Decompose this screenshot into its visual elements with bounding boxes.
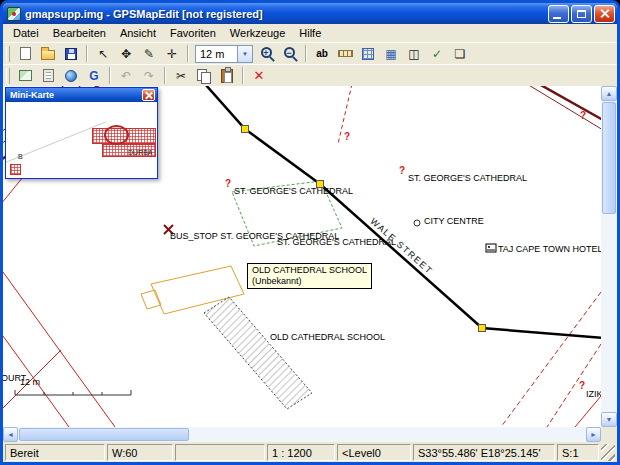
horizontal-scrollbar-thumb[interactable] <box>19 428 189 441</box>
copy-button[interactable] <box>193 66 215 86</box>
select-pointer-icon: ↖ <box>98 48 108 60</box>
minimap-canvas[interactable]: DURBA B <box>6 102 157 178</box>
road-node[interactable] <box>242 126 249 133</box>
menu-item-werkzeuge[interactable]: Werkzeuge <box>223 26 292 40</box>
road-node[interactable] <box>479 325 486 332</box>
import-map-button[interactable] <box>14 66 36 86</box>
application-window: gmapsupp.img - GPSMapEdit [not registere… <box>0 0 620 465</box>
major-road[interactable] <box>539 86 601 120</box>
toolbar-separator <box>164 67 166 84</box>
add-object-tool-button[interactable]: ✛ <box>161 44 183 64</box>
verify-map-button[interactable]: ✓ <box>426 44 448 64</box>
delete-button[interactable]: ✕ <box>248 66 270 86</box>
minimap-label-b: B <box>18 153 23 160</box>
menu-item-bearbeiten[interactable]: Bearbeiten <box>46 26 113 40</box>
map-canvas[interactable]: ? ST. GEORGE'S CATHEDRAL ? ? ST. GEORGE'… <box>3 86 601 427</box>
toolbar-grip[interactable] <box>6 68 10 84</box>
street[interactable] <box>575 396 601 427</box>
scale-combo-dropdown-button[interactable]: ▼ <box>237 46 252 62</box>
city-centre-marker[interactable] <box>414 220 420 226</box>
zoom-out-button[interactable]: − <box>279 44 301 64</box>
map-label-cathedral-1[interactable]: ST. GEORGE'S CATHEDRAL <box>234 186 353 196</box>
layers-button[interactable]: ❏ <box>449 44 471 64</box>
grid-toggle-button[interactable] <box>357 44 379 64</box>
unknown-object-marker[interactable]: ? <box>399 165 405 176</box>
window-title: gmapsupp.img - GPSMapEdit [not registere… <box>25 8 544 20</box>
vertical-scrollbar-thumb[interactable] <box>602 102 616 214</box>
split-view-button[interactable]: ◫ <box>403 44 425 64</box>
minus-glyph: − <box>286 48 291 58</box>
mesh-toggle-button[interactable]: ▦ <box>380 44 402 64</box>
major-road[interactable] <box>527 86 601 130</box>
map-label-hotel[interactable]: TAJ CAPE TOWN HOTEL <box>498 244 601 254</box>
unknown-object-marker[interactable]: ? <box>579 380 585 391</box>
minimize-button[interactable] <box>548 5 569 23</box>
close-button[interactable] <box>594 5 615 23</box>
title-bar[interactable]: gmapsupp.img - GPSMapEdit [not registere… <box>3 3 617 24</box>
minimap-close-button[interactable] <box>142 89 155 101</box>
pan-tool-button[interactable]: ✥ <box>115 44 137 64</box>
map-label-cathedral-2[interactable]: ST. GEORGE'S CATHEDRAL <box>408 173 527 183</box>
status-bar: Bereit W:60 1 : 1200 <Level0 S33°55.486'… <box>3 442 617 462</box>
street[interactable] <box>3 272 115 427</box>
toolbar-grip[interactable] <box>6 46 10 62</box>
street-dashed[interactable] <box>501 292 601 427</box>
redo-button[interactable]: ↷ <box>138 66 160 86</box>
zoom-in-button[interactable]: + <box>256 44 278 64</box>
menu-item-hilfe[interactable]: Hilfe <box>292 26 328 40</box>
scroll-up-button[interactable]: ▲ <box>601 86 617 101</box>
menu-item-favoriten[interactable]: Favoriten <box>163 26 223 40</box>
edit-nodes-tool-button[interactable]: ✎ <box>138 44 160 64</box>
toolbar-separator <box>242 67 244 84</box>
wale-street-road[interactable] <box>205 86 601 338</box>
scale-bar-label: 12 m <box>20 377 40 387</box>
unknown-object-marker[interactable]: ? <box>225 178 231 189</box>
select-tool-button[interactable]: ↖ <box>92 44 114 64</box>
status-width: W:60 <box>107 444 173 461</box>
unknown-object-marker[interactable]: ? <box>580 110 586 121</box>
google-earth-button[interactable]: G <box>83 66 105 86</box>
scrollbar-corner <box>601 427 617 442</box>
unknown-object-marker[interactable]: ? <box>344 131 350 142</box>
open-file-button[interactable] <box>37 44 59 64</box>
cut-button[interactable]: ✂ <box>170 66 192 86</box>
text-label-tool-button[interactable]: ab <box>311 44 333 64</box>
paste-button[interactable] <box>216 66 238 86</box>
map-file-icon <box>19 70 32 81</box>
check-icon: ✓ <box>432 48 442 60</box>
minimap-title: Mini-Karte <box>10 90 54 100</box>
menu-item-datei[interactable]: Datei <box>6 26 46 40</box>
scale-bar <box>15 390 131 395</box>
street-dashed[interactable] <box>547 344 601 427</box>
resize-grip[interactable] <box>601 444 615 461</box>
menu-bar: Datei Bearbeiten Ansicht Favoriten Werkz… <box>3 24 617 42</box>
map-label-izik[interactable]: IZIK <box>586 389 601 399</box>
menu-item-ansicht[interactable]: Ansicht <box>113 26 163 40</box>
hotel-icon[interactable] <box>486 244 496 252</box>
maximize-button[interactable] <box>571 5 592 23</box>
scale-combo[interactable]: 12 m ▼ <box>195 45 253 63</box>
map-label-cathedral-3[interactable]: ST. GEORGE'S CATHEDRAL <box>277 237 396 247</box>
maximize-icon <box>577 10 586 18</box>
map-label-school[interactable]: OLD CATHEDRAL SCHOOL <box>270 332 385 342</box>
status-spacer <box>175 444 265 461</box>
scroll-right-button[interactable]: ► <box>586 427 601 442</box>
ruler-tool-button[interactable] <box>334 44 356 64</box>
toolbar-main: ↖ ✥ ✎ ✛ 12 m ▼ + − ab ▦ ◫ ✓ ❏ <box>3 42 617 64</box>
horizontal-scrollbar[interactable]: ◄ ► <box>3 427 601 442</box>
file-properties-button[interactable] <box>37 66 59 86</box>
map-label-city-centre[interactable]: CITY CENTRE <box>424 216 484 226</box>
save-file-button[interactable] <box>60 44 82 64</box>
new-file-button[interactable] <box>14 44 36 64</box>
paste-icon <box>221 69 233 83</box>
minimap-title-bar[interactable]: Mini-Karte <box>6 88 157 102</box>
web-map-button[interactable] <box>60 66 82 86</box>
zoom-in-icon: + <box>261 47 272 58</box>
undo-button[interactable]: ↶ <box>115 66 137 86</box>
school-building-polygon[interactable] <box>204 297 312 409</box>
scroll-left-button[interactable]: ◄ <box>3 427 18 442</box>
crosshair-icon: ✛ <box>167 48 177 60</box>
copy-icon <box>197 69 211 83</box>
vertical-scrollbar[interactable]: ▲ ▼ <box>601 86 617 427</box>
scroll-down-button[interactable]: ▼ <box>601 412 617 427</box>
